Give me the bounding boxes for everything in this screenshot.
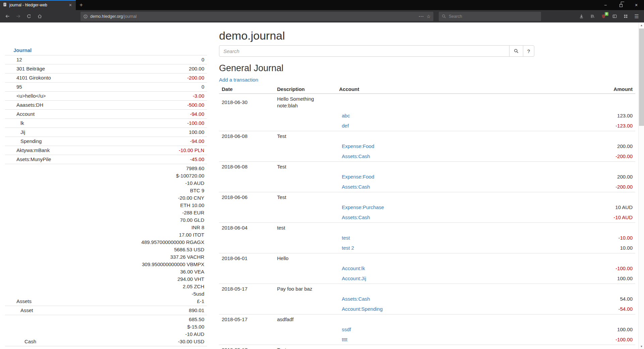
account-balance-cell: -94.00 [89, 137, 207, 146]
empty-cell [274, 263, 336, 273]
empty-cell [274, 121, 336, 131]
posting-amount: -200.00 [528, 182, 635, 192]
posting-amount: 100.00 [528, 273, 635, 284]
scrollbar-thumb[interactable] [639, 29, 644, 126]
library-button[interactable] [587, 12, 597, 21]
account-row: 301 Beiträge200.00 [5, 64, 207, 73]
scrollbar-down-arrow[interactable]: ▼ [639, 344, 644, 349]
posting-amount: -200.00 [528, 151, 635, 162]
browser-tab[interactable]: journal - hledger-web × [0, 0, 76, 10]
sidebar-account-link[interactable]: Asset [20, 307, 33, 313]
window-restore-button[interactable] [613, 0, 629, 10]
empty-cell [274, 335, 336, 345]
scrollbar-up-arrow[interactable]: ▲ [639, 22, 644, 28]
search-help-button[interactable]: ? [523, 45, 534, 57]
reload-button[interactable] [24, 12, 34, 21]
posting-account-link[interactable]: def [342, 123, 349, 129]
posting-account-link[interactable]: Expense:Food [342, 143, 374, 149]
tab-close-icon[interactable]: × [68, 2, 73, 8]
empty-cell [219, 243, 274, 253]
posting-account-link[interactable]: test [342, 235, 350, 241]
bookmark-star-icon[interactable]: ☆ [426, 14, 431, 19]
account-row: Asset890.01 [5, 306, 207, 315]
sidebar-account-link[interactable]: Spending [20, 138, 42, 144]
account-balance-cell: -3.00 [89, 92, 207, 101]
browser-search-bar[interactable]: Search [439, 12, 541, 21]
account-row: Jij100.00 [5, 128, 207, 137]
sidebar-account-link[interactable]: <u>hello</u> [16, 93, 46, 99]
account-balance-cell: 0 [89, 83, 207, 92]
sidebar-account-link[interactable]: Aaasets:DH [16, 102, 43, 108]
posting-account-cell: Expense:Food [336, 141, 528, 151]
posting-account-link[interactable]: ssdf [342, 327, 351, 332]
extension-badge: 0 [605, 12, 608, 16]
sidebar-account-link[interactable]: Cash [24, 339, 36, 344]
column-header-description: Description [274, 85, 336, 94]
posting-account-link[interactable]: test 2 [342, 245, 354, 251]
sidebar-account-link[interactable]: Account [16, 111, 35, 117]
balance-amount: 294.00 VHT [92, 276, 204, 283]
posting-account-link[interactable]: Assets:Cash [342, 214, 370, 220]
forward-icon [16, 14, 21, 19]
posting-account-link[interactable]: abc [342, 113, 350, 118]
url-bar[interactable]: demo.hledger.org/journal ··· ☆ [80, 12, 433, 21]
sidebar-journal-link[interactable]: Journal [5, 47, 34, 55]
posting-account-link[interactable]: Account:Spending [342, 306, 383, 312]
posting-account-link[interactable]: Expense:Purchase [342, 204, 384, 210]
balance-amount: -94.00 [92, 138, 204, 145]
forward-button[interactable] [13, 12, 23, 21]
sidebar-account-link[interactable]: Asets:MunyPile [16, 156, 51, 162]
adblock-extension-button[interactable]: 0 [598, 12, 608, 21]
window-minimize-button[interactable]: − [598, 0, 613, 10]
posting-account-link[interactable]: Account:lk [342, 265, 365, 271]
sidebar-account-link[interactable]: Jij [20, 129, 25, 135]
page-scrollbar[interactable]: ▲ ▼ [638, 22, 644, 349]
sidebar-account-link[interactable]: 95 [16, 84, 22, 90]
sidebar-account-link[interactable]: lk [20, 120, 24, 126]
sidebar-account-link[interactable]: 301 Beiträge [16, 66, 45, 71]
column-header-account: Account [336, 85, 528, 94]
posting-account-link[interactable]: Expense:Food [342, 174, 374, 180]
sidebars-button[interactable] [609, 12, 620, 21]
balance-amount: -45.00 [92, 156, 204, 163]
posting-account-link[interactable]: tttt [342, 337, 347, 342]
balance-amount: ETH 10.00 [92, 202, 204, 209]
menu-button[interactable]: ☰ [632, 12, 642, 21]
account-balance-cell: 890.01 [89, 306, 207, 315]
posting-amount: -10.00 [528, 233, 635, 243]
account-row: 950 [5, 83, 207, 92]
back-button[interactable] [2, 12, 12, 21]
posting-account-link[interactable]: Assets:Cash [342, 153, 370, 159]
add-transaction-link[interactable]: Add a transaction [219, 77, 258, 83]
sidebar-account-link[interactable]: Aktywa:mBank [16, 147, 50, 153]
empty-cell [336, 223, 528, 233]
empty-cell [274, 233, 336, 243]
journal-search-form: ? [219, 45, 534, 57]
apps-grid-button[interactable] [621, 12, 631, 21]
window-close-button[interactable]: × [629, 0, 644, 10]
empty-cell [219, 335, 274, 345]
empty-cell [274, 111, 336, 121]
posting-account-link[interactable]: Assets:Cash [342, 296, 370, 302]
posting-account-cell: Account:Spending [336, 304, 528, 314]
account-row: <u>hello</u>-3.00 [5, 92, 207, 101]
balance-amount: -200.00 [92, 74, 204, 82]
journal-search-button[interactable] [509, 45, 523, 57]
downloads-button[interactable] [576, 12, 586, 21]
home-button[interactable] [35, 12, 45, 21]
sidebar-account-link[interactable]: 12 [16, 57, 22, 62]
posting-amount: 200.00 [528, 141, 635, 151]
journal-search-input[interactable] [219, 45, 509, 57]
empty-cell [528, 162, 635, 172]
page-actions-icon[interactable]: ··· [419, 14, 424, 19]
posting-amount: 100.00 [528, 325, 635, 335]
posting-account-cell: Account:lk [336, 263, 528, 273]
account-balance-cell: 7989.60$-100720.00-10 AUDBTC 9-20.00 CNY… [89, 164, 207, 306]
posting-account-cell: Assets:Cash [336, 212, 528, 223]
posting-account-link[interactable]: Account:Jij [342, 276, 366, 281]
sidebar-account-link[interactable]: 4101 Girokonto [16, 75, 51, 81]
site-info-icon[interactable] [83, 14, 88, 19]
new-tab-button[interactable]: + [76, 0, 87, 10]
sidebar-account-link[interactable]: Assets [16, 298, 32, 304]
posting-account-link[interactable]: Assets:Cash [342, 184, 370, 190]
